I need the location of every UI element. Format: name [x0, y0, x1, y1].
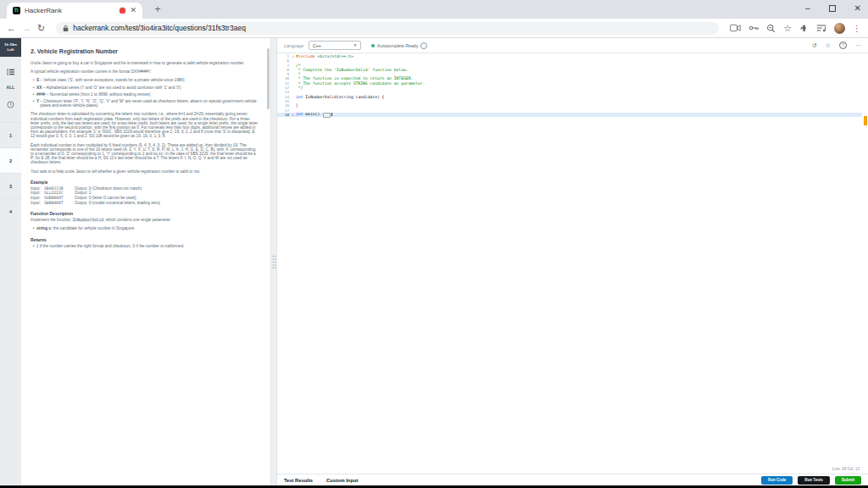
browser-window: HackerRank ✕ + – ✕ ← → ↻ hackerrank.com/…	[0, 0, 868, 488]
run-tests-button[interactable]: Run Tests	[798, 476, 829, 485]
code-line-18[interactable]: 18❯int main() ···	[277, 113, 862, 117]
help-icon[interactable]: ?	[839, 42, 847, 49]
info-icon[interactable]: i	[420, 42, 427, 49]
returns-bullets: •1 if the number carries the right forma…	[31, 244, 259, 248]
language-select[interactable]: C++ ▼	[309, 41, 361, 50]
format-bullet: •#### – Numerical series (from 1 to 9999…	[31, 92, 259, 97]
lock-icon	[63, 25, 69, 32]
autocomplete-status-dot	[371, 44, 375, 47]
undo-icon[interactable]: ↺	[812, 42, 817, 48]
format-bullets: •S – Vehicle class ('S', with some excep…	[31, 78, 259, 108]
text-cursor	[331, 113, 332, 117]
question-panel: 2. Vehicle Registration Number Uncle Jas…	[21, 38, 270, 485]
autocomplete-status-text: Autocomplete Ready	[377, 43, 418, 48]
returns-heading: Returns	[31, 237, 259, 242]
editor-toolbar-icons: ↺ ⚙ ? ⋯	[812, 42, 861, 49]
key-icon[interactable]	[748, 25, 759, 31]
browser-menu-icon[interactable]: ⋮	[853, 24, 861, 33]
pane-divider[interactable]	[270, 38, 277, 485]
format-bullet: •S – Vehicle class ('S', with some excep…	[31, 78, 259, 82]
language-label: Language	[284, 43, 303, 48]
question-number-3[interactable]: 3	[0, 173, 21, 198]
question-number-2[interactable]: 2	[0, 147, 21, 173]
multiply-paragraph: Each individual number is then multiplie…	[31, 143, 259, 165]
task-paragraph: Your task is to help uncle Jason to tell…	[31, 169, 259, 174]
main-content: 1h 39m Left ALL 1234 2. Vehicle Registra…	[0, 38, 868, 485]
tab-strip: HackerRank ✕ + – ✕	[0, 0, 868, 19]
bookmark-star-icon[interactable]: ☆	[783, 24, 792, 33]
settings-gear-icon[interactable]: ⚙	[826, 42, 831, 48]
browser-toolbar: ← → ↻ hackerrank.com/test/3io4ira3itc/qu…	[0, 19, 868, 38]
refresh-icon[interactable]: ↻	[37, 24, 45, 33]
fold-arrow-icon[interactable]: ❯	[290, 54, 296, 58]
media-controls-icon[interactable]	[816, 24, 826, 32]
toolbar-extension-icons: ☆ ⋮	[730, 23, 861, 34]
code-editor-pane: Language C++ ▼ Autocomplete Ready i ↺ ⚙ …	[277, 38, 868, 485]
parameter-bullet: •string s: the candidate for vehicle num…	[31, 226, 259, 230]
chevron-down-icon: ▼	[353, 43, 357, 47]
address-bar[interactable]: hackerrank.com/test/3io4ira3itc/question…	[56, 22, 719, 35]
url-text: hackerrank.com/test/3io4ira3itc/question…	[73, 24, 246, 32]
back-icon[interactable]: ←	[7, 24, 16, 33]
profile-avatar[interactable]	[834, 23, 845, 34]
all-questions-button[interactable]: ALL	[7, 86, 15, 90]
drag-handle-icon[interactable]	[272, 255, 276, 269]
submit-button[interactable]: Submit	[835, 476, 861, 485]
browser-tab[interactable]: HackerRank ✕	[7, 3, 142, 19]
question-number-1[interactable]: 1	[0, 122, 21, 147]
code-area[interactable]: 1❯#include <bits/stdc++.h>67/*8 * Comple…	[277, 53, 862, 460]
zoom-icon[interactable]	[766, 24, 776, 33]
restore-button[interactable]	[829, 5, 836, 12]
new-tab-button[interactable]: +	[151, 3, 164, 16]
tab-custom-input[interactable]: Custom Input	[326, 478, 358, 483]
format-bullet: •XX – Alphabetical series ('I' and 'O' a…	[31, 86, 259, 90]
minimize-button[interactable]: –	[805, 4, 810, 13]
language-value: C++	[313, 43, 321, 48]
question-list: 1234	[0, 122, 21, 224]
overview-ruler-marker	[864, 116, 867, 125]
autocomplete-status: Autocomplete Ready i	[371, 42, 427, 49]
run-code-button[interactable]: Run Code	[761, 476, 793, 485]
forward-icon[interactable]: →	[22, 24, 31, 33]
question-title: 2. Vehicle Registration Number	[31, 48, 259, 54]
timer-left-label: Left	[8, 47, 14, 53]
window-controls: – ✕	[805, 0, 861, 17]
function-description-heading: Function Description	[31, 211, 259, 216]
returns-bullet: •1 if the number carries the right forma…	[31, 244, 259, 248]
action-buttons: Run CodeRun TestsSubmit	[761, 476, 861, 485]
fold-arrow-icon[interactable]: ❯	[290, 113, 296, 117]
example-rows: Input:SBA8333ROutput: 0 (Checksum does n…	[31, 186, 259, 205]
code-lines: 1❯#include <bits/stdc++.h>67/*8 * Comple…	[277, 54, 862, 117]
tab-title: HackerRank	[25, 7, 120, 14]
cursor-position-status: Line: 18 Col: 12	[832, 467, 860, 471]
question-intro: Uncle Jason is going to buy a car in Sin…	[31, 61, 259, 65]
question-rail: 1h 39m Left ALL 1234	[0, 38, 21, 485]
questions-menu-icon[interactable]	[7, 64, 14, 79]
editor-toolbar: Language C++ ▼ Autocomplete Ready i ↺ ⚙ …	[277, 38, 868, 53]
folded-region-placeholder[interactable]: ···	[323, 113, 331, 118]
recording-indicator-icon	[120, 8, 125, 14]
tab-test-results[interactable]: Test Results	[284, 478, 313, 483]
close-button[interactable]: ✕	[854, 4, 861, 13]
function-description-body: Implement the function IsNumberValid whi…	[31, 218, 259, 222]
extensions-icon[interactable]	[799, 24, 809, 33]
timer-badge: 1h 39m Left	[0, 38, 21, 57]
hackerrank-favicon	[13, 7, 20, 14]
checksum-paragraph: The checksum letter is calculated by con…	[31, 112, 259, 138]
timer-clock-icon[interactable]	[7, 97, 14, 112]
function-name-code: IsNumberValid	[72, 218, 105, 222]
tab-close-icon[interactable]: ✕	[130, 7, 136, 14]
question-format-line: A typical vehicle registration number co…	[31, 69, 259, 74]
more-options-icon[interactable]: ⋯	[855, 42, 861, 48]
question-scrollbar-thumb[interactable]	[267, 48, 270, 109]
function-description-bullets: •string s: the candidate for vehicle num…	[31, 226, 259, 230]
editor-bottom-bar: Test Results Custom Input Run CodeRun Te…	[277, 474, 868, 485]
question-number-4[interactable]: 4	[0, 198, 21, 224]
example-row: Input:S0B8888TOutput: 0 (invalid numeric…	[31, 201, 259, 206]
format-bullet: •Y – Checksum letter ('F', 'I', 'N', 'O'…	[31, 99, 259, 108]
camera-icon[interactable]	[730, 24, 741, 32]
example-heading: Example	[31, 180, 259, 185]
